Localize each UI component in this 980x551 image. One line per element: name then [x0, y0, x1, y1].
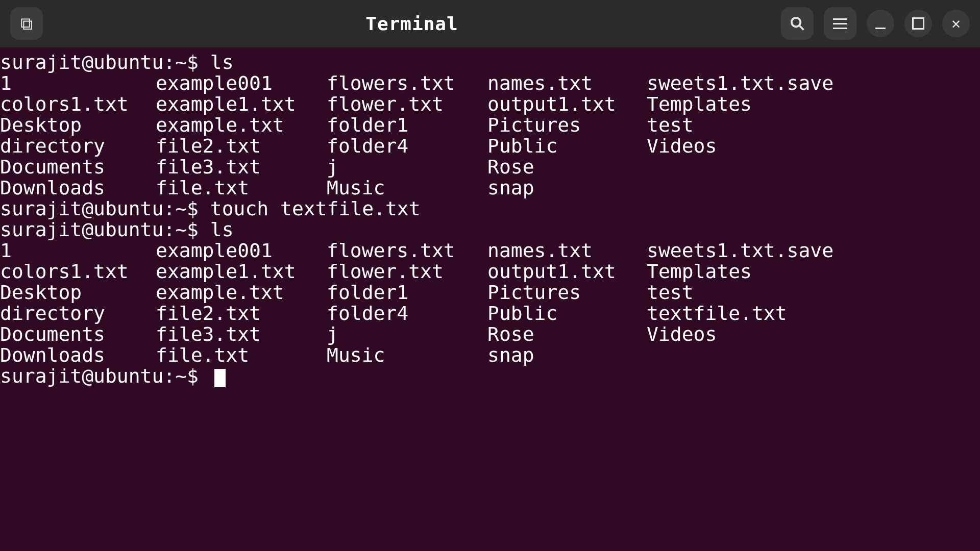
ls-entry: example1.txt: [156, 94, 327, 115]
terminal-body[interactable]: surajit@ubuntu:~$ ls1example001flowers.t…: [0, 48, 980, 387]
ls-entry: textfile.txt: [647, 303, 980, 324]
ls-entry: snap: [487, 178, 647, 198]
ls-entry: Videos: [647, 136, 980, 157]
ls-entry: file.txt: [156, 345, 327, 366]
ls-entry: j: [327, 324, 487, 345]
ls-entry: folder4: [327, 136, 487, 157]
ls-entry: Public: [487, 303, 647, 324]
ls-entry: names.txt: [487, 240, 647, 261]
prompt-line: surajit@ubuntu:~$: [0, 366, 980, 387]
ls-entry: Videos: [647, 324, 980, 345]
ls-entry: [647, 345, 980, 366]
ls-entry: flower.txt: [327, 261, 487, 282]
command-text: ls: [210, 51, 234, 73]
ls-entry: sweets1.txt.save: [647, 240, 980, 261]
prompt-text: surajit@ubuntu:~$: [0, 51, 210, 73]
new-tab-button[interactable]: ⧉: [10, 7, 43, 40]
prompt-text: surajit@ubuntu:~$: [0, 218, 210, 241]
close-button[interactable]: ✕: [942, 10, 970, 37]
ls-entry: Desktop: [0, 282, 156, 303]
ls-entry: colors1.txt: [0, 94, 156, 115]
ls-entry: Documents: [0, 157, 156, 178]
prompt-text: surajit@ubuntu:~$: [0, 365, 210, 387]
svg-line-1: [799, 26, 804, 30]
titlebar: ⧉ Terminal ✕: [0, 0, 980, 48]
ls-entry: flower.txt: [327, 94, 487, 115]
close-icon: ✕: [951, 16, 961, 31]
ls-entry: output1.txt: [487, 261, 647, 282]
ls-entry: snap: [487, 345, 647, 366]
maximize-button[interactable]: [904, 10, 932, 37]
ls-entry: [647, 178, 980, 198]
ls-entry: Music: [327, 178, 487, 198]
ls-output: 1example001flowers.txtnames.txtsweets1.t…: [0, 73, 980, 198]
ls-entry: Templates: [647, 261, 980, 282]
maximize-icon: [912, 17, 924, 30]
ls-entry: file.txt: [156, 178, 327, 198]
menu-button[interactable]: [824, 7, 856, 40]
ls-entry: sweets1.txt.save: [647, 73, 980, 94]
search-icon: [790, 16, 805, 31]
ls-entry: example001: [156, 73, 327, 94]
minimize-button[interactable]: [867, 10, 894, 37]
ls-entry: output1.txt: [487, 94, 647, 115]
ls-entry: names.txt: [487, 73, 647, 94]
command-text: touch textfile.txt: [210, 197, 421, 220]
ls-entry: flowers.txt: [327, 73, 487, 94]
ls-entry: test: [647, 282, 980, 303]
ls-entry: folder1: [327, 115, 487, 136]
prompt-line: surajit@ubuntu:~$ ls: [0, 219, 980, 240]
minimize-icon: [875, 28, 886, 29]
command-text: ls: [210, 218, 234, 241]
ls-output: 1example001flowers.txtnames.txtsweets1.t…: [0, 240, 980, 366]
ls-entry: folder4: [327, 303, 487, 324]
svg-point-0: [792, 18, 801, 27]
ls-entry: test: [647, 115, 980, 136]
prompt-line: surajit@ubuntu:~$ touch textfile.txt: [0, 198, 980, 219]
window-title: Terminal: [365, 13, 458, 34]
ls-entry: example1.txt: [156, 261, 327, 282]
ls-entry: Pictures: [487, 282, 647, 303]
ls-entry: Downloads: [0, 178, 156, 198]
ls-entry: Templates: [647, 94, 980, 115]
ls-entry: flowers.txt: [327, 240, 487, 261]
ls-entry: file3.txt: [156, 324, 327, 345]
ls-entry: example.txt: [156, 282, 327, 303]
ls-entry: [647, 157, 980, 178]
hamburger-icon: [833, 18, 847, 29]
prompt-text: surajit@ubuntu:~$: [0, 197, 210, 220]
ls-entry: example001: [156, 240, 327, 261]
search-button[interactable]: [781, 7, 814, 40]
ls-entry: example.txt: [156, 115, 327, 136]
ls-entry: Rose: [487, 157, 647, 178]
ls-entry: Public: [487, 136, 647, 157]
ls-entry: file3.txt: [156, 157, 327, 178]
ls-entry: Downloads: [0, 345, 156, 366]
ls-entry: Desktop: [0, 115, 156, 136]
ls-entry: j: [327, 157, 487, 178]
ls-entry: 1: [0, 73, 156, 94]
ls-entry: file2.txt: [156, 136, 327, 157]
ls-entry: Rose: [487, 324, 647, 345]
ls-entry: Music: [327, 345, 487, 366]
ls-entry: directory: [0, 136, 156, 157]
ls-entry: folder1: [327, 282, 487, 303]
cursor: [214, 369, 226, 387]
ls-entry: Pictures: [487, 115, 647, 136]
prompt-line: surajit@ubuntu:~$ ls: [0, 52, 980, 73]
ls-entry: file2.txt: [156, 303, 327, 324]
ls-entry: Documents: [0, 324, 156, 345]
ls-entry: directory: [0, 303, 156, 324]
new-tab-icon: ⧉: [20, 15, 33, 32]
ls-entry: colors1.txt: [0, 261, 156, 282]
ls-entry: 1: [0, 240, 156, 261]
